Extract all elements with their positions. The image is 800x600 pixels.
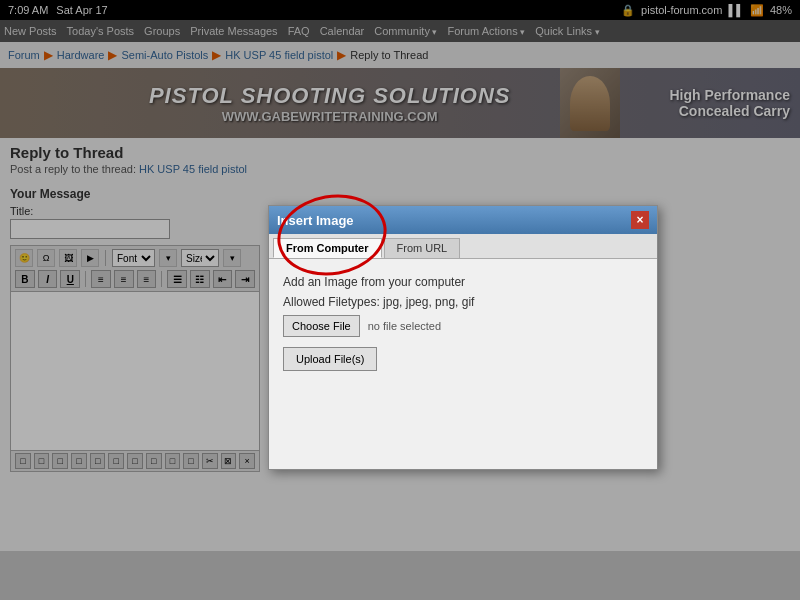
choose-file-button[interactable]: Choose File (283, 315, 360, 337)
file-input-row: Choose File no file selected (283, 315, 643, 337)
insert-image-dialog: Insert Image × From Computer From URL Ad… (268, 205, 658, 470)
dialog-title: Insert Image (277, 213, 354, 228)
dialog-close-button[interactable]: × (631, 211, 649, 229)
upload-button[interactable]: Upload File(s) (283, 347, 377, 371)
tab-from-computer[interactable]: From Computer (273, 238, 382, 258)
no-file-text: no file selected (368, 320, 441, 332)
dialog-content: Add an Image from your computer Allowed … (269, 259, 657, 387)
dialog-info-line-2: Allowed Filetypes: jpg, jpeg, png, gif (283, 295, 643, 309)
dialog-title-bar: Insert Image × (269, 206, 657, 234)
dialog-tabs: From Computer From URL (269, 234, 657, 259)
dialog-info-line-1: Add an Image from your computer (283, 275, 643, 289)
tab-from-url[interactable]: From URL (384, 238, 461, 258)
